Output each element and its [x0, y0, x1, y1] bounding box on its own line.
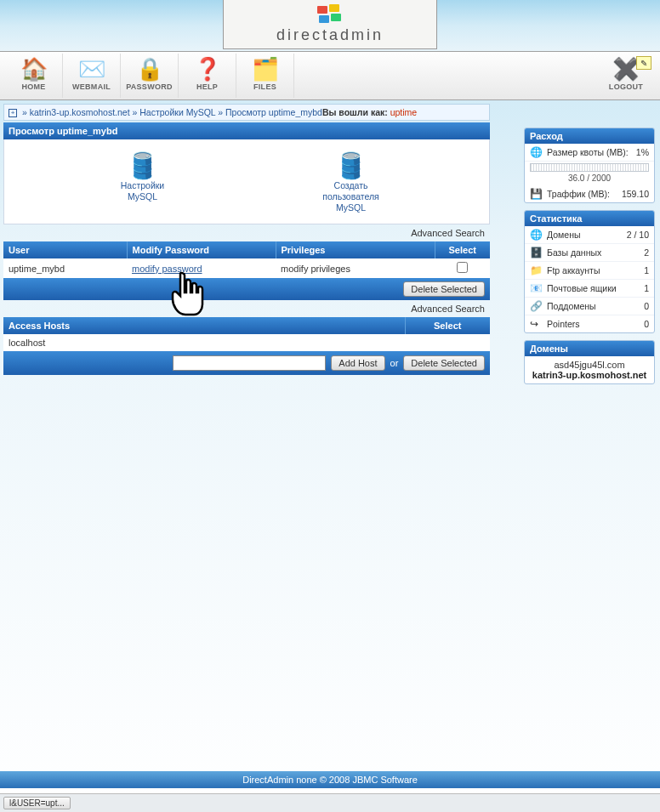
- svg-rect-0: [317, 6, 327, 14]
- help-button[interactable]: ❓ HELP: [179, 54, 236, 98]
- usage-panel: Расход 🌐 Размер квоты (МВ): 1% 36.0 / 20…: [524, 128, 655, 203]
- quota-text: 36.0 / 2000: [525, 173, 654, 185]
- stat-row[interactable]: 🗄️ Базы данных 2: [525, 244, 654, 262]
- database-user-icon: 🛢️: [300, 150, 402, 180]
- stat-row[interactable]: 📁 Ftp аккаунты 1: [525, 262, 654, 280]
- create-mysql-user-link[interactable]: 🛢️ Создать пользователя MySQL: [300, 150, 402, 213]
- mailbox-icon: 📧: [530, 282, 543, 294]
- row-select-checkbox[interactable]: [457, 262, 468, 273]
- disk-icon: 💾: [530, 188, 543, 200]
- files-icon: 🗂️: [236, 55, 293, 82]
- pointer-icon: ↪: [530, 318, 543, 330]
- toolbar: 🏠 HOME ✉️ WEBMAIL 🔒 PASSWORD ❓ HELP 🗂️ F…: [0, 51, 660, 100]
- globe-icon: 🌐: [530, 146, 543, 158]
- domains-panel: Домены asd45jgu45l.com katrin3-up.kosmoh…: [524, 340, 655, 384]
- database-icon: 🛢️: [92, 150, 194, 180]
- mail-icon: ✉️: [63, 55, 120, 82]
- top-banner: directadmin: [0, 0, 660, 51]
- status-bar: l&USER=upt...: [0, 793, 660, 812]
- crumb-view: Просмотр uptime_mybd: [225, 107, 322, 117]
- crumb-mysql[interactable]: Настройки MySQL: [139, 107, 215, 117]
- main-content: + » katrin3-up.kosmohost.net » Настройки…: [0, 100, 493, 391]
- login-user: uptime: [390, 107, 418, 117]
- stats-title: Статистика: [525, 211, 654, 226]
- expand-icon[interactable]: +: [9, 109, 17, 117]
- password-button[interactable]: 🔒 PASSWORD: [121, 54, 179, 98]
- quota-label: Размер квоты (МВ):: [547, 147, 629, 157]
- usage-title: Расход: [525, 128, 654, 144]
- home-icon: 🏠: [5, 55, 62, 82]
- cell-user: uptime_mybd: [3, 258, 127, 278]
- domains-icon: 🌐: [530, 229, 543, 241]
- help-icon: ❓: [179, 55, 236, 82]
- page-title: Просмотр uptime_mybd: [3, 122, 490, 139]
- stat-row[interactable]: ↪ Pointers 0: [525, 315, 654, 332]
- table-row: uptime_mybd modify password modify privi…: [3, 258, 490, 278]
- logo-text: directadmin: [276, 26, 384, 44]
- domain-link-active[interactable]: katrin3-up.kosmohost.net: [530, 370, 649, 380]
- domains-title: Домены: [525, 341, 654, 356]
- webmail-button[interactable]: ✉️ WEBMAIL: [63, 54, 121, 98]
- ftp-icon: 📁: [530, 264, 543, 276]
- traffic-label: Траффик (МВ):: [547, 189, 610, 199]
- note-icon[interactable]: ✎: [636, 56, 651, 70]
- col-modify-password: Modify Password: [127, 241, 276, 258]
- add-host-input[interactable]: [173, 355, 326, 371]
- delete-selected-hosts-button[interactable]: Delete Selected: [403, 355, 485, 371]
- mysql-settings-link[interactable]: 🛢️ Настройки MySQL: [92, 150, 194, 213]
- quota-bar: [530, 163, 649, 172]
- status-chip: l&USER=upt...: [3, 797, 71, 809]
- col-privileges: Privileges: [276, 241, 435, 258]
- breadcrumb: + » katrin3-up.kosmohost.net » Настройки…: [3, 104, 490, 121]
- stat-row[interactable]: 📧 Почтовые ящики 1: [525, 280, 654, 298]
- stat-row[interactable]: 🌐 Домены 2 / 10: [525, 226, 654, 244]
- delete-selected-button[interactable]: Delete Selected: [403, 281, 485, 297]
- crumb-domain[interactable]: katrin3-up.kosmohost.net: [30, 107, 130, 117]
- svg-rect-2: [319, 15, 329, 23]
- add-host-button[interactable]: Add Host: [331, 355, 384, 371]
- svg-rect-3: [331, 14, 341, 21]
- or-label: or: [390, 358, 399, 368]
- files-button[interactable]: 🗂️ FILES: [236, 54, 294, 98]
- advanced-search-link-2[interactable]: Advanced Search: [3, 300, 490, 317]
- hosts-table: Access Hosts Select localhost: [3, 317, 490, 351]
- modify-password-link[interactable]: modify password: [132, 264, 202, 274]
- quota-pct: 1%: [636, 147, 649, 157]
- users-table: User Modify Password Privileges Select u…: [3, 241, 490, 278]
- hosts-action-bar: Add Host or Delete Selected: [3, 351, 490, 375]
- table-row: localhost: [3, 334, 490, 351]
- db-icon: 🗄️: [530, 247, 543, 258]
- traffic-value: 159.10: [622, 189, 649, 199]
- login-as-label: Вы вошли как:: [322, 107, 388, 117]
- lock-icon: 🔒: [121, 55, 178, 82]
- domain-link[interactable]: asd45jgu45l.com: [530, 360, 649, 370]
- sidebar: Расход 🌐 Размер квоты (МВ): 1% 36.0 / 20…: [524, 124, 660, 391]
- footer: DirectAdmin none © 2008 JBMC Software: [0, 771, 660, 788]
- col-select-hosts: Select: [405, 317, 490, 334]
- quick-icons: 🛢️ Настройки MySQL 🛢️ Создать пользовате…: [3, 139, 490, 224]
- users-action-bar: Delete Selected: [3, 278, 490, 300]
- subdomain-icon: 🔗: [530, 300, 543, 312]
- stat-row[interactable]: 🔗 Поддомены 0: [525, 298, 654, 315]
- col-access-hosts: Access Hosts: [3, 317, 405, 334]
- cell-privileges[interactable]: modify privileges: [276, 258, 435, 278]
- stats-panel: Статистика 🌐 Домены 2 / 10 🗄️ Базы данны…: [524, 210, 655, 333]
- cell-host: localhost: [3, 334, 405, 351]
- col-user: User: [3, 241, 127, 258]
- logo-box: directadmin: [223, 0, 437, 49]
- logo-icon: [316, 4, 344, 25]
- col-select: Select: [435, 241, 490, 258]
- svg-rect-1: [329, 4, 339, 12]
- home-button[interactable]: 🏠 HOME: [5, 54, 63, 98]
- advanced-search-link[interactable]: Advanced Search: [3, 224, 490, 241]
